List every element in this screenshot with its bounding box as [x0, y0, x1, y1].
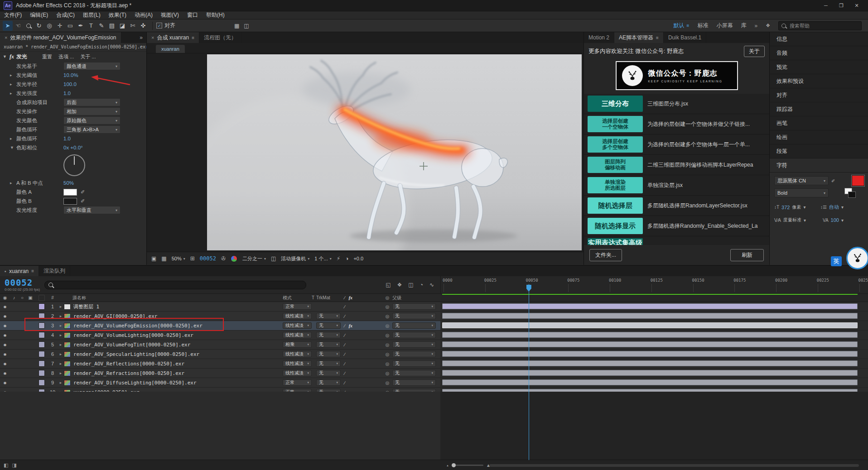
tab-motion2[interactable]: Motion 2: [584, 32, 614, 43]
property-value[interactable]: 1.0: [63, 136, 71, 141]
layer-duration-bar[interactable]: [442, 360, 858, 366]
script-run-button[interactable]: 图层阵列 偏移动画: [588, 157, 643, 173]
eye-icon[interactable]: ◉: [0, 343, 10, 347]
layer-row[interactable]: ◉9▸render_AOV_DiffuseLighting[0000-0250]…: [0, 378, 868, 388]
frame-blend-icon[interactable]: ◫: [408, 282, 413, 288]
twirl-open-icon[interactable]: ▼: [3, 54, 7, 59]
eyedropper-icon[interactable]: ✐: [81, 189, 85, 195]
twirl-icon[interactable]: ▸: [10, 82, 16, 86]
layer-track[interactable]: [440, 312, 868, 321]
eye-icon[interactable]: ◉: [0, 381, 10, 385]
layer-name[interactable]: render_AOV_Reflections[0000-0250].exr: [73, 361, 283, 367]
quality-icon[interactable]: ∕: [344, 371, 345, 376]
parent-dropdown[interactable]: 无▾: [392, 351, 436, 357]
property-value[interactable]: 1.0: [63, 91, 71, 96]
blend-mode-dropdown[interactable]: 相乘▾: [283, 341, 312, 348]
resolution-dropdown[interactable]: 二分之一 ▾: [242, 255, 266, 262]
layer-duration-bar[interactable]: [442, 332, 858, 338]
property-value[interactable]: 50%: [63, 180, 74, 186]
tab-timeline-comp[interactable]: ▪ xuanran ≡: [0, 266, 39, 276]
roto-brush-tool[interactable]: ✄: [128, 21, 138, 31]
twirl-icon[interactable]: ▸: [58, 361, 64, 366]
trkmat-dropdown[interactable]: 无▾: [316, 313, 341, 319]
eye-icon[interactable]: ◉: [0, 333, 10, 337]
parent-dropdown[interactable]: 无▾: [392, 360, 436, 367]
workspace-tab[interactable]: 库: [741, 22, 746, 29]
pick-whip-icon[interactable]: ◎: [382, 333, 392, 338]
selection-tool[interactable]: ➤: [3, 21, 13, 31]
timeline-zoom-slider[interactable]: ▲ ▲: [446, 463, 491, 468]
pick-whip-icon[interactable]: ◎: [382, 361, 392, 366]
about-button[interactable]: 关于: [744, 46, 765, 57]
menu-item[interactable]: 窗口: [183, 11, 202, 19]
dock-panel-tab[interactable]: 绘画: [770, 130, 868, 144]
layer-name[interactable]: render_AOV_VolumeLighting[0000-0250].exr: [73, 332, 283, 338]
tab-close-icon[interactable]: ×: [5, 35, 7, 40]
snap-checkbox[interactable]: ✓: [156, 23, 162, 29]
blend-mode-dropdown[interactable]: 正常▾: [283, 379, 312, 386]
script-run-button[interactable]: 选择层创建 多个空物体: [588, 136, 643, 153]
pick-whip-icon[interactable]: ◎: [382, 323, 392, 328]
layer-name[interactable]: render_AOV_DiffuseLighting[0000-0250].ex…: [73, 380, 283, 386]
property-dropdown[interactable]: 后面▾: [63, 98, 121, 106]
minimize-button[interactable]: ─: [818, 3, 834, 9]
workspace-tab[interactable]: 小屏幕: [716, 22, 733, 29]
grid-guides-icon[interactable]: ▦: [161, 255, 166, 262]
blend-mode-dropdown[interactable]: 正常▾: [283, 303, 312, 310]
wireframe-toggle-icon[interactable]: ▦: [234, 23, 239, 29]
pick-whip-icon[interactable]: ◎: [382, 371, 392, 376]
maximize-button[interactable]: ❐: [834, 3, 849, 9]
script-run-button[interactable]: 随机选择显示: [588, 218, 643, 234]
parent-column-header[interactable]: 父级: [392, 295, 436, 301]
dock-panel-tab[interactable]: 跟踪器: [770, 102, 868, 116]
tab-flowchart[interactable]: 流程图（无）: [199, 32, 241, 43]
twirl-icon[interactable]: ▸: [58, 323, 64, 328]
default-stroke-swatch[interactable]: [848, 192, 856, 198]
layer-track[interactable]: [440, 340, 868, 349]
type-tool[interactable]: T: [86, 21, 96, 31]
dock-panel-tab[interactable]: 预览: [770, 60, 868, 74]
eye-icon[interactable]: ◉: [0, 362, 10, 366]
dock-panel-tab[interactable]: 音频: [770, 46, 868, 60]
effect-name[interactable]: 发光: [16, 53, 27, 61]
script-run-button[interactable]: 三维分布: [588, 96, 643, 112]
twirl-icon[interactable]: ▸: [58, 342, 64, 347]
menu-item[interactable]: 编辑(E): [26, 11, 52, 19]
layer-row[interactable]: ◉8▸render_AOV_Refractions[0000-0250].exr…: [0, 369, 868, 378]
ime-language-badge[interactable]: 英: [831, 256, 842, 266]
trkmat-dropdown[interactable]: 无▾: [316, 341, 341, 348]
workspace-tab[interactable]: 默认≡: [674, 22, 690, 29]
menu-item[interactable]: 视图(V): [157, 11, 183, 19]
quality-icon[interactable]: ∕: [344, 304, 345, 309]
pen-tool[interactable]: ✒: [76, 21, 86, 31]
parent-dropdown[interactable]: 无▾: [392, 322, 436, 329]
label-color-swatch[interactable]: [39, 351, 45, 357]
layer-row[interactable]: ◉4▸render_AOV_VolumeLighting[0000-0250].…: [0, 331, 868, 340]
layer-track[interactable]: [440, 331, 868, 340]
quality-icon[interactable]: ∕: [344, 314, 345, 319]
folder-button[interactable]: 文件夹...: [589, 249, 622, 261]
label-color-swatch[interactable]: [39, 360, 45, 367]
label-color-swatch[interactable]: [39, 303, 45, 310]
hue-dial[interactable]: [0, 152, 146, 178]
font-size-control[interactable]: ↕T 372 像素 ▾: [774, 204, 806, 211]
zoom-tool[interactable]: [24, 21, 34, 31]
panel-menu-icon[interactable]: ≡: [656, 35, 659, 40]
color-swatch[interactable]: [63, 189, 77, 196]
quality-icon[interactable]: ∕: [344, 342, 345, 347]
blend-mode-dropdown[interactable]: 线性减淡▾: [283, 360, 312, 367]
zoom-dropdown[interactable]: 50% ▾: [172, 256, 185, 261]
twirl-icon[interactable]: ▸: [58, 333, 64, 337]
property-dropdown[interactable]: 原始颜色▾: [63, 116, 121, 125]
layer-name[interactable]: render_AOV_VolumeFogTint[0000-0250].exr: [73, 342, 283, 348]
tab-duik[interactable]: Duik Bassel.1: [664, 32, 706, 43]
panel-menu-icon[interactable]: ≡: [31, 269, 34, 273]
puppet-pin-tool[interactable]: ✜: [138, 21, 148, 31]
pick-whip-icon[interactable]: ◎: [382, 352, 392, 357]
twirl-icon[interactable]: ▸: [58, 352, 64, 356]
parent-dropdown[interactable]: 无▾: [392, 313, 436, 319]
fx-badge-icon[interactable]: fx: [349, 323, 352, 328]
label-color-swatch[interactable]: [39, 341, 45, 348]
hand-tool[interactable]: ☜: [13, 21, 23, 31]
layer-duration-bar[interactable]: [442, 303, 858, 309]
